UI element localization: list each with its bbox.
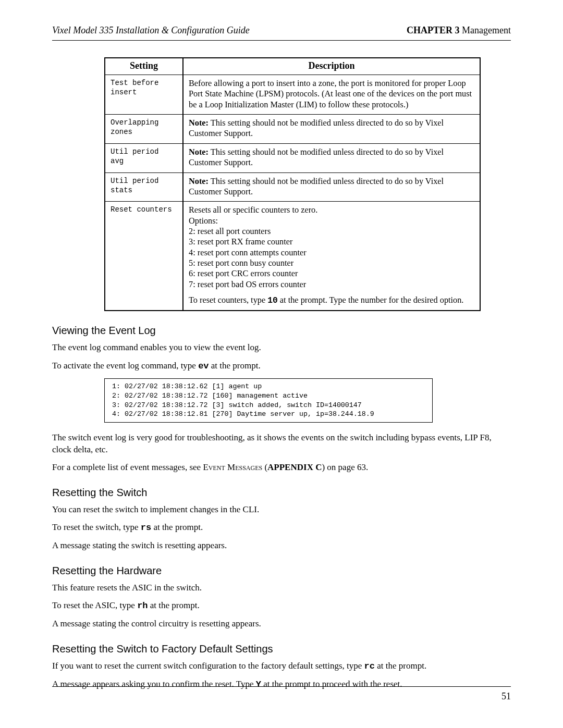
text: at the prompt. bbox=[209, 361, 261, 371]
section-heading-reset-switch: Resetting the Switch bbox=[52, 487, 511, 499]
desc-line: Resets all or specific counters to zero. bbox=[189, 205, 474, 215]
code-inline: ev bbox=[198, 361, 209, 371]
setting-desc: Before allowing a port to insert into a … bbox=[183, 75, 480, 115]
note-text: This setting should not be modified unle… bbox=[189, 118, 444, 138]
paragraph: To reset the switch, type rs at the prom… bbox=[52, 522, 511, 534]
setting-name: Test before insert bbox=[111, 78, 177, 97]
page-header: Vixel Model 335 Installation & Configura… bbox=[52, 25, 511, 41]
code-inline: rh bbox=[137, 601, 148, 611]
desc-line: 3: reset port RX frame counter bbox=[189, 237, 474, 247]
settings-table: Setting Description Test before insert B… bbox=[104, 57, 481, 311]
table-row: Util period avg Note: This setting shoul… bbox=[105, 143, 480, 172]
chapter-heading: CHAPTER 3 Management bbox=[407, 25, 511, 36]
setting-name: Reset counters bbox=[111, 205, 177, 214]
setting-name: Util period stats bbox=[111, 176, 177, 195]
code-inline: rc bbox=[364, 661, 375, 671]
th-description: Description bbox=[183, 58, 480, 75]
chapter-title: Management bbox=[460, 25, 511, 35]
paragraph: A message stating the control circuitry … bbox=[52, 618, 511, 630]
desc-line: Options: bbox=[189, 216, 474, 226]
section-heading-event-log: Viewing the Event Log bbox=[52, 325, 511, 337]
text: To activate the event log command, type bbox=[52, 361, 198, 371]
section-heading-reset-hardware: Resetting the Hardware bbox=[52, 565, 511, 577]
table-row: Overlapping zones Note: This setting sho… bbox=[105, 115, 480, 144]
text: at the prompt. Type the number for the d… bbox=[278, 295, 464, 305]
page-footer: 51 bbox=[52, 686, 511, 702]
paragraph: If you want to reset the current switch … bbox=[52, 660, 511, 672]
table-row: Reset counters Resets all or specific co… bbox=[105, 202, 480, 311]
setting-name: Util period avg bbox=[111, 147, 177, 166]
text: To reset the switch, type bbox=[52, 522, 141, 532]
section-heading-factory-reset: Resetting the Switch to Factory Default … bbox=[52, 643, 511, 655]
paragraph: To reset the ASIC, type rh at the prompt… bbox=[52, 600, 511, 612]
note-text: This setting should not be modified unle… bbox=[189, 176, 444, 196]
text: For a complete list of event messages, s… bbox=[52, 462, 203, 472]
paragraph: A message stating the switch is resettin… bbox=[52, 540, 511, 551]
setting-desc: Note: This setting should not be modifie… bbox=[183, 143, 480, 172]
doc-title: Vixel Model 335 Installation & Configura… bbox=[52, 25, 250, 36]
note-label: Note: bbox=[189, 147, 209, 157]
text: ( bbox=[262, 462, 267, 472]
setting-name: Overlapping zones bbox=[111, 118, 177, 137]
text: To reset the ASIC, type bbox=[52, 600, 137, 610]
code-inline: rs bbox=[141, 523, 151, 533]
chapter-label: CHAPTER 3 bbox=[407, 25, 460, 35]
text: at the prompt. bbox=[375, 661, 426, 671]
paragraph: The switch event log is very good for tr… bbox=[52, 432, 511, 455]
code-inline: 10 bbox=[267, 295, 278, 305]
text: If you want to reset the current switch … bbox=[52, 661, 364, 671]
paragraph: This feature resets the ASIC in the swit… bbox=[52, 582, 511, 594]
table-row: Util period stats Note: This setting sho… bbox=[105, 172, 480, 202]
note-label: Note: bbox=[189, 118, 209, 128]
paragraph: The event log command enables you to vie… bbox=[52, 342, 511, 353]
paragraph: You can reset the switch to implement ch… bbox=[52, 504, 511, 515]
appendix-ref: APPENDIX C bbox=[267, 462, 322, 472]
table-row: Test before insert Before allowing a por… bbox=[105, 75, 480, 115]
paragraph: To activate the event log command, type … bbox=[52, 360, 511, 372]
setting-desc: Note: This setting should not be modifie… bbox=[183, 115, 480, 144]
text-smallcaps: Event Messages bbox=[203, 462, 262, 472]
text: ) on page 63. bbox=[322, 462, 368, 472]
paragraph: For a complete list of event messages, s… bbox=[52, 462, 511, 473]
desc-line: 6: reset port CRC errors counter bbox=[189, 268, 474, 279]
text: To reset counters, type bbox=[189, 295, 267, 305]
note-label: Note: bbox=[189, 176, 209, 186]
desc-tail: To reset counters, type 10 at the prompt… bbox=[189, 295, 474, 306]
text: at the prompt. bbox=[151, 522, 203, 532]
event-log-output: 1: 02/27/02 18:38:12.62 [1] agent up 2: … bbox=[104, 378, 433, 423]
setting-desc: Resets all or specific counters to zero.… bbox=[183, 202, 480, 311]
th-setting: Setting bbox=[105, 58, 183, 75]
page-number: 51 bbox=[501, 691, 511, 701]
desc-line: 5: reset port conn busy counter bbox=[189, 258, 474, 268]
desc-line: 7: reset port bad OS errors counter bbox=[189, 279, 474, 290]
note-text: This setting should not be modified unle… bbox=[189, 147, 444, 167]
desc-line: 4: reset port conn attempts counter bbox=[189, 248, 474, 258]
desc-line: 2: reset all port counters bbox=[189, 226, 474, 237]
setting-desc: Note: This setting should not be modifie… bbox=[183, 172, 480, 202]
text: at the prompt. bbox=[148, 600, 200, 610]
